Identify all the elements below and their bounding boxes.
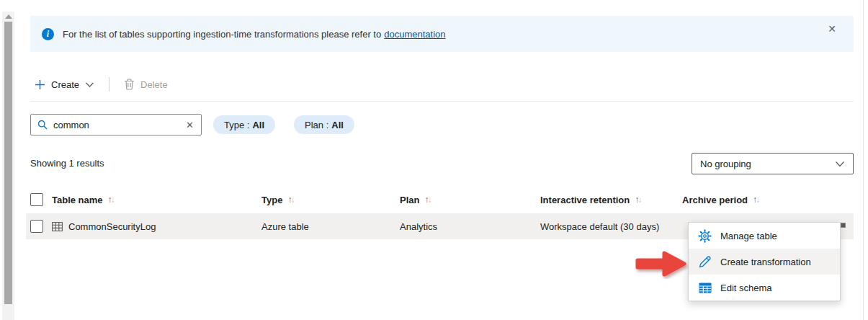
grouping-dropdown-value: No grouping xyxy=(700,159,751,169)
info-banner: i For the list of tables supporting inge… xyxy=(30,16,854,52)
sort-icon: ↑↓ xyxy=(108,195,114,205)
toolbar-divider xyxy=(30,101,854,102)
info-icon: i xyxy=(42,28,54,40)
trash-icon xyxy=(124,79,135,90)
type-cell: Azure table xyxy=(261,213,309,239)
vertical-scrollbar[interactable] xyxy=(2,12,14,320)
search-icon xyxy=(37,120,48,130)
row-more-options-icon[interactable] xyxy=(841,223,846,228)
scrollbar-up-arrow-icon[interactable] xyxy=(5,14,12,19)
create-button-label: Create xyxy=(51,79,79,90)
table-grid-icon xyxy=(52,222,63,231)
delete-button-label: Delete xyxy=(140,79,168,90)
row-checkbox[interactable] xyxy=(30,220,43,233)
plus-icon xyxy=(35,79,45,90)
table-name-label: CommonSecurityLog xyxy=(68,221,156,232)
delete-button[interactable]: Delete xyxy=(120,76,172,93)
banner-close-icon[interactable]: ✕ xyxy=(825,22,839,36)
sort-icon: ↑↓ xyxy=(635,195,640,205)
results-summary: Showing 1 results xyxy=(30,158,104,169)
chevron-down-icon xyxy=(835,161,845,167)
table-name-cell[interactable]: CommonSecurityLog xyxy=(52,213,156,239)
filter-pill-plan-value: All xyxy=(331,120,344,130)
scrollbar-thumb[interactable] xyxy=(4,22,12,304)
tables-grid: Table name ↑↓ Type ↑↓ Plan ↑↓ Interactiv… xyxy=(0,186,868,213)
sort-icon: ↑↓ xyxy=(424,195,430,205)
gear-icon xyxy=(698,229,712,243)
command-bar: Create Delete xyxy=(30,72,172,97)
column-header-label: Table name xyxy=(52,195,103,205)
search-clear-icon[interactable]: ✕ xyxy=(185,120,194,130)
menu-item-label: Create transformation xyxy=(720,257,811,267)
menu-item-create-transformation[interactable]: Create transformation xyxy=(689,249,840,275)
filter-pill-type[interactable]: Type : All xyxy=(213,115,275,134)
filter-pill-type-value: All xyxy=(252,120,264,130)
column-header-label: Archive period xyxy=(682,195,748,205)
sort-icon: ↑↓ xyxy=(287,195,293,205)
menu-item-label: Edit schema xyxy=(720,283,772,293)
column-header-archive-period[interactable]: Archive period ↑↓ xyxy=(682,186,759,213)
plan-cell: Analytics xyxy=(400,213,437,239)
retention-cell: Workspace default (30 days) xyxy=(540,213,659,239)
column-header-label: Interactive retention xyxy=(540,195,630,205)
filter-pill-type-label: Type : xyxy=(224,120,249,130)
column-header-plan[interactable]: Plan ↑↓ xyxy=(400,186,430,213)
column-header-label: Plan xyxy=(400,195,419,205)
menu-item-manage-table[interactable]: Manage table xyxy=(689,223,840,249)
filter-pill-plan-label: Plan : xyxy=(305,120,328,130)
menu-item-edit-schema[interactable]: Edit schema xyxy=(689,275,840,301)
column-header-table-name[interactable]: Table name ↑↓ xyxy=(52,186,114,213)
pencil-icon xyxy=(698,255,712,269)
create-button[interactable]: Create xyxy=(30,76,99,93)
menu-item-label: Manage table xyxy=(720,231,777,241)
column-header-type[interactable]: Type ↑↓ xyxy=(261,186,293,213)
table-icon xyxy=(698,281,712,295)
grouping-dropdown[interactable]: No grouping xyxy=(692,153,854,174)
table-header-row: Table name ↑↓ Type ↑↓ Plan ↑↓ Interactiv… xyxy=(0,186,868,213)
search-input[interactable] xyxy=(53,120,185,130)
column-header-label: Type xyxy=(261,195,282,205)
select-all-checkbox[interactable] xyxy=(30,193,43,206)
search-box[interactable]: ✕ xyxy=(30,114,202,135)
banner-text: For the list of tables supporting ingest… xyxy=(63,29,381,40)
filter-pill-plan[interactable]: Plan : All xyxy=(294,115,354,134)
column-header-interactive-retention[interactable]: Interactive retention ↑↓ xyxy=(540,186,640,213)
toolbar-separator xyxy=(109,77,109,92)
row-context-menu: Manage table Create transformation Edit … xyxy=(688,222,841,301)
right-edge-divider xyxy=(863,0,864,320)
chevron-down-icon xyxy=(85,81,94,88)
red-arrow-annotation xyxy=(635,250,689,279)
sort-icon: ↑↓ xyxy=(753,195,759,205)
documentation-link[interactable]: documentation xyxy=(384,29,445,40)
